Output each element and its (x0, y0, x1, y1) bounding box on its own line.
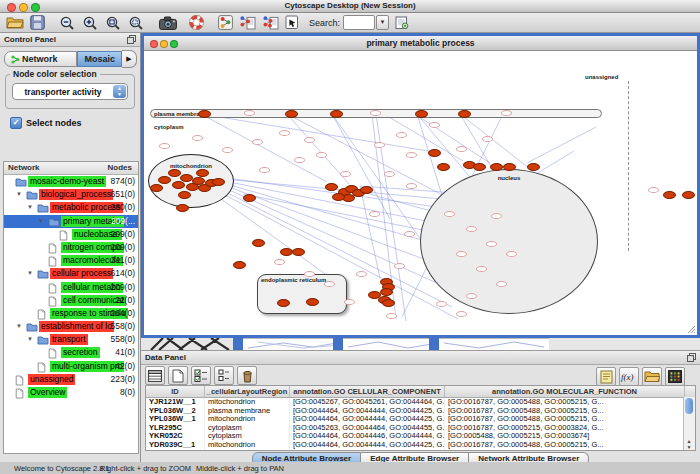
notes-icon[interactable] (596, 367, 616, 386)
attr-table-icon[interactable] (145, 366, 165, 385)
tree-column-nodes[interactable]: Nodes (108, 163, 132, 172)
tree-row-secretion[interactable]: secretion41(0) (4, 346, 138, 359)
network-node[interactable] (292, 248, 305, 256)
table-row[interactable]: YPL036W__2plasma membrane[GO:0044464, GO… (146, 407, 695, 416)
tree-row-multi-organism-pro[interactable]: multi-organism pro42(0) (4, 360, 138, 373)
tab-overflow-arrow[interactable]: ▶ (122, 50, 137, 68)
formula-icon[interactable]: f(x) (619, 367, 639, 386)
network-tree-header[interactable]: Network Nodes (4, 162, 138, 175)
network-node[interactable] (473, 163, 486, 171)
tree-row-primary-metabo[interactable]: ▼primary metabo209(... (4, 215, 138, 228)
table-cell[interactable]: [GO:0005488, GO:0005215, GO:0003674] (445, 432, 685, 441)
table-cell[interactable]: [GO:0016787, GO:0005215, GO:0003824, G..… (445, 424, 685, 433)
tree-row-nucleobase-[interactable]: nucleobase-209(0) (4, 228, 138, 241)
close-window-button[interactable] (7, 3, 16, 12)
vizmapper-icon[interactable] (218, 15, 233, 31)
table-row[interactable]: YKR052Ccytoplasm[GO:0044464, GO:0044446,… (146, 432, 695, 441)
table-scrollbar[interactable]: ▲▼ (683, 397, 695, 450)
network-node[interactable] (168, 169, 181, 177)
network-minimize-button[interactable] (160, 40, 168, 48)
save-icon[interactable] (30, 15, 45, 31)
delete-attribute-icon[interactable] (237, 366, 257, 385)
tree-row-mosaic-demo-yeast[interactable]: mosaic-demo-yeast874(0) (4, 175, 138, 188)
table-cell[interactable]: [GO:0016787, GO:0005488, GO:0005215, G..… (445, 398, 685, 407)
network-node[interactable] (428, 149, 441, 157)
table-cell[interactable]: [GO:0044464, GO:0044446, GO:0044444, G..… (290, 432, 445, 441)
window-titlebar[interactable]: Cytoscape Desktop (New Session) (0, 0, 700, 13)
minimize-window-button[interactable] (19, 3, 28, 12)
column-header-0[interactable]: ID (146, 386, 205, 397)
table-cell[interactable]: plasma membrane (205, 407, 290, 416)
camera-icon[interactable] (159, 15, 177, 31)
table-cell[interactable]: mitochondrion (205, 441, 290, 450)
search-dropdown-arrow-icon[interactable]: ▼ (376, 15, 389, 30)
table-cell[interactable]: [GO:0016787, GO:0005488, GO:0005215, G..… (445, 415, 685, 424)
float-panel-icon[interactable] (127, 35, 136, 44)
zoom-window-button[interactable] (31, 3, 40, 12)
import-attributes-icon[interactable] (642, 367, 662, 386)
table-cell[interactable]: YLR295C (146, 424, 205, 433)
tree-row-response-to-stimulu[interactable]: response to stimulu264(0) (4, 307, 138, 320)
matrix-icon[interactable] (665, 367, 685, 386)
network-node[interactable] (503, 163, 516, 171)
network-node[interactable] (198, 110, 211, 118)
scrollbar-arrows[interactable]: ▲▼ (684, 438, 694, 450)
table-cell[interactable]: YPL036W__1 (146, 415, 205, 424)
network-node[interactable] (172, 181, 185, 189)
column-header-1[interactable]: _cellularLayoutRegion (205, 386, 290, 397)
network-node[interactable] (332, 193, 345, 201)
table-cell[interactable]: YDR039C__1 (146, 441, 205, 450)
zoom-region-icon[interactable] (128, 15, 145, 31)
tree-row-biological-process[interactable]: ▼biological_process651(0) (4, 188, 138, 201)
network-node[interactable] (252, 239, 265, 247)
select-nodes-checkbox[interactable]: ✓ (10, 117, 22, 129)
table-cell[interactable]: [GO:0045263, GO:0044464, GO:0044455, G..… (290, 424, 445, 433)
tree-column-network[interactable]: Network (8, 163, 40, 172)
unselect-attributes-icon[interactable] (214, 366, 234, 385)
network-node[interactable] (380, 288, 393, 296)
network-node[interactable] (150, 184, 163, 192)
tree-row-metabolic-process[interactable]: ▼metabolic process280(0) (4, 201, 138, 214)
expander-icon[interactable]: ▼ (38, 215, 44, 228)
network-node[interactable] (306, 298, 319, 306)
network-node[interactable] (158, 176, 171, 184)
expander-icon[interactable]: ▼ (27, 267, 33, 280)
table-cell[interactable]: [GO:0044464, GO:0044444, GO:0044425, G..… (290, 407, 445, 416)
attribute-table[interactable]: ID_cellularLayoutRegionannotation.GO CEL… (145, 385, 696, 451)
table-cell[interactable]: YKR052C (146, 432, 205, 441)
column-header-2[interactable]: annotation.GO CELLULAR_COMPONENT (290, 386, 445, 397)
table-row[interactable]: YJR121W__1mitochondrion[GO:0045267, GO:0… (146, 398, 695, 407)
tree-row-unassigned[interactable]: unassigned223(0) (4, 373, 138, 386)
table-cell[interactable]: [GO:0044464, GO:0044444, GO:0044425, G..… (290, 441, 445, 450)
network-node[interactable] (325, 183, 338, 191)
network-node[interactable] (233, 261, 246, 269)
import-network-icon[interactable] (239, 15, 256, 31)
table-cell[interactable]: mitochondrion (205, 415, 290, 424)
table-cell[interactable]: YPL036W__2 (146, 407, 205, 416)
table-cell[interactable]: YJR121W__1 (146, 398, 205, 407)
select-attributes-icon[interactable] (191, 366, 211, 385)
network-node[interactable] (527, 163, 540, 171)
table-row[interactable]: YLR295Ccytoplasm[GO:0045263, GO:0044464,… (146, 424, 695, 433)
network-node[interactable] (458, 110, 471, 118)
tree-row-cell-communicat[interactable]: cell communicat22(0) (4, 294, 138, 307)
table-cell[interactable]: cytoplasm (205, 432, 290, 441)
network-view-window[interactable]: primary metabolic process plasma membran… (141, 33, 700, 338)
network-node[interactable] (490, 163, 503, 171)
annotation-page-icon[interactable] (285, 15, 299, 31)
tree-row-nitrogen-compo[interactable]: nitrogen compo209(0) (4, 241, 138, 254)
tree-row-overview[interactable]: Overview8(0) (4, 386, 138, 399)
new-attribute-icon[interactable] (168, 366, 188, 385)
tree-row-macromolecule[interactable]: macromolecule311(0) (4, 254, 138, 267)
network-canvas[interactable]: plasma membranecytoplasmmitochondrionnuc… (144, 51, 697, 335)
tree-row-establishment-of-lo[interactable]: ▼establishment of lo558(0) (4, 320, 138, 333)
window-resize-grip[interactable] (687, 325, 696, 334)
table-row[interactable]: YDR039C__1mitochondrion[GO:0044464, GO:0… (146, 441, 695, 450)
tree-row-cellular-metabo[interactable]: cellular metabo209(0) (4, 281, 138, 294)
node-color-dropdown[interactable]: transporter activity ▲▼ (12, 83, 128, 100)
expander-icon[interactable]: ▼ (16, 320, 22, 333)
network-node[interactable] (382, 299, 395, 307)
scrollbar-thumb[interactable] (685, 398, 693, 414)
table-cell[interactable]: [GO:0045267, GO:0045261, GO:0044464, G..… (290, 398, 445, 407)
network-node[interactable] (663, 191, 676, 199)
